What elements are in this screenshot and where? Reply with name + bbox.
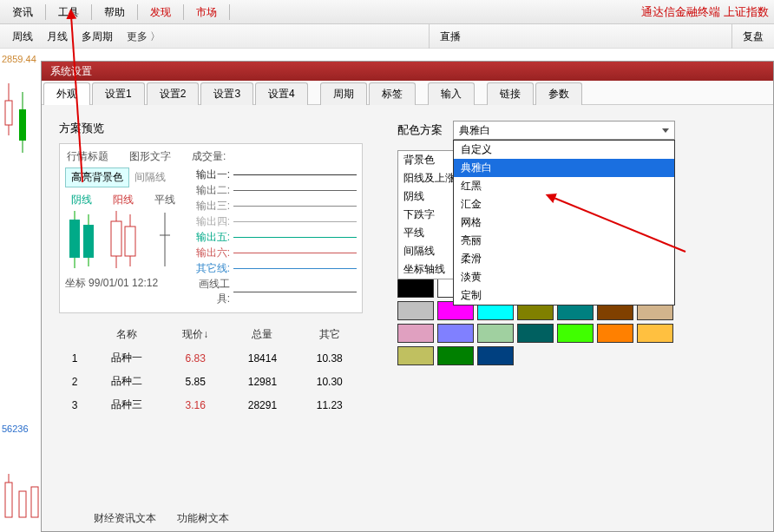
candle-yin-icon [67,209,96,270]
tab-9[interactable]: 参数 [535,82,582,105]
menu-market[interactable]: 市场 [184,0,229,24]
tab-5[interactable]: 周期 [320,82,367,105]
color-swatch[interactable] [397,301,434,320]
output-line [233,190,357,191]
svg-rect-7 [31,487,38,517]
dialog-title: 系统设置 [42,62,773,81]
bottom-text-a: 财经资讯文本 [94,511,156,526]
pv-h2: 图形文字 [129,149,171,164]
candle-flat-icon [157,209,173,270]
pv-h3: 成交量: [192,149,226,164]
output-name: 输出五: [188,230,230,245]
color-swatch[interactable] [477,324,514,343]
scheme-option[interactable]: 定制 [454,286,674,305]
svg-rect-9 [69,220,80,258]
svg-rect-11 [83,225,94,258]
menu-tools[interactable]: 工具 [46,0,91,24]
dialog-tabs: 外观设置1设置2设置3设置4周期标签输入链接参数 [42,81,773,105]
tab-0[interactable]: 外观 [43,82,90,105]
tab-8[interactable]: 链接 [487,82,534,105]
scheme-option[interactable]: 自定义 [454,141,674,159]
color-swatch[interactable] [397,279,434,298]
color-swatch[interactable] [597,324,633,343]
table-row: 2品种二5.851298110.30 [61,371,361,392]
candle-yang-icon [108,209,138,270]
scheme-combo[interactable]: 典雅白 自定义典雅白红黑汇金网格亮丽柔滑淡黄定制 [453,121,675,140]
period-week[interactable]: 周线 [5,24,40,49]
color-swatch[interactable] [557,324,594,343]
scheme-selected: 典雅白 [459,122,490,139]
output-line [233,206,357,207]
color-swatch[interactable] [437,324,474,343]
scheme-option[interactable]: 网格 [454,213,674,232]
output-name: 其它线: [188,261,230,276]
svg-rect-13 [111,221,121,256]
btn-live[interactable]: 直播 [429,24,471,49]
interval-label: 间隔线 [134,170,166,185]
tab-4[interactable]: 设置4 [255,82,308,105]
table-row: 1品种一6.831841410.38 [61,347,361,369]
pv-h1: 行情标题 [67,149,108,164]
settings-dialog: 系统设置 外观设置1设置2设置3设置4周期标签输入链接参数 方案预览 行情标题 … [41,61,774,532]
table-row: 3品种三3.162829111.23 [61,394,361,416]
col-header [61,324,89,345]
output-name: 输出二: [188,183,230,198]
color-swatch[interactable] [397,324,434,343]
scheme-label: 配色方案 [397,122,443,138]
output-name: 输出四: [188,214,230,229]
chart-background: 2859.44 56236 [0,49,41,532]
preview-box: 行情标题 图形文字 成交量: 高亮背景色 间隔线 阴线 [59,143,363,313]
color-swatch[interactable] [517,324,554,343]
scheme-option[interactable]: 红黑 [454,177,674,195]
col-header: 现价↓ [164,324,226,345]
color-swatch[interactable] [477,346,514,365]
scheme-option[interactable]: 柔滑 [454,250,674,268]
color-swatch[interactable] [397,346,434,365]
chevron-down-icon [662,128,669,133]
coord-label: 坐标 [65,277,86,289]
color-swatch[interactable] [637,324,673,343]
output-name: 输出六: [188,246,230,260]
output-line [233,237,357,238]
cand-yang-lbl: 阳线 [107,193,140,207]
output-line [233,174,357,175]
tab-7[interactable]: 输入 [428,82,475,105]
period-more[interactable]: 更多 〉 [120,24,167,49]
coord-value: 99/01/01 12:12 [89,277,158,289]
menu-help[interactable]: 帮助 [92,0,137,24]
tab-3[interactable]: 设置3 [200,82,253,105]
tab-6[interactable]: 标签 [369,82,416,105]
scheme-option[interactable]: 汇金 [454,195,674,213]
price-label: 2859.44 [2,54,36,64]
period-multi[interactable]: 多周期 [75,24,120,49]
color-swatch[interactable] [437,346,474,365]
scheme-option[interactable]: 典雅白 [454,159,674,177]
tab-1[interactable]: 设置1 [92,82,145,105]
scheme-dropdown: 自定义典雅白红黑汇金网格亮丽柔滑淡黄定制 [453,140,675,305]
menu-info[interactable]: 资讯 [0,0,45,24]
col-header: 总量 [228,324,296,345]
title-right: 通达信金融终端 上证指数 [641,4,774,20]
svg-rect-6 [19,491,26,517]
cand-flat-lbl: 平线 [148,193,181,207]
menu-discover[interactable]: 发现 [138,0,183,24]
highlight-chip: 高亮背景色 [65,167,129,187]
output-line [233,221,357,222]
svg-rect-1 [5,101,12,125]
tab-2[interactable]: 设置2 [147,82,200,105]
preview-table: 名称现价↓总量其它 1品种一6.831841410.382品种二5.851298… [59,322,363,417]
output-line [233,268,357,269]
bottom-text-b: 功能树文本 [177,511,229,526]
col-header: 名称 [90,324,162,345]
output-name: 输出一: [188,167,230,182]
period-month[interactable]: 月线 [40,24,75,49]
col-header: 其它 [298,324,361,345]
svg-rect-3 [19,109,26,141]
svg-rect-5 [5,483,12,517]
svg-rect-15 [125,227,135,256]
btn-replay[interactable]: 复盘 [731,24,774,49]
scheme-option[interactable]: 淡黄 [454,268,674,286]
scheme-option[interactable]: 亮丽 [454,232,674,250]
volume-label: 56236 [2,424,29,434]
output-line [233,253,357,253]
